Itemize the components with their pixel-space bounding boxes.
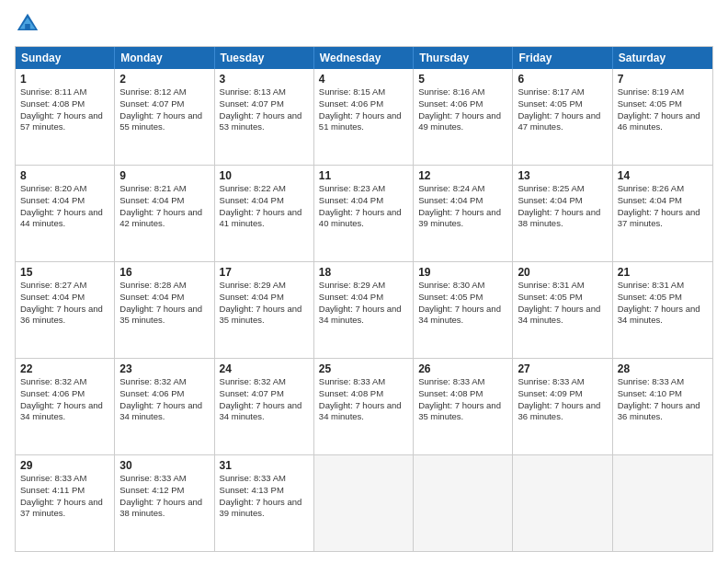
day-number: 13 [518,169,607,182]
calendar-header: SundayMondayTuesdayWednesdayThursdayFrid… [16,47,712,69]
day-number: 12 [418,169,507,182]
day-info: Sunrise: 8:23 AMSunset: 4:04 PMDaylight:… [319,183,408,230]
day-cell-7: 7Sunrise: 8:19 AMSunset: 4:05 PMDaylight… [613,69,712,165]
day-info: Sunrise: 8:11 AMSunset: 4:08 PMDaylight:… [20,86,109,133]
day-cell-25: 25Sunrise: 8:33 AMSunset: 4:08 PMDayligh… [314,359,414,454]
day-cell-16: 16Sunrise: 8:28 AMSunset: 4:04 PMDayligh… [115,262,214,358]
day-cell-19: 19Sunrise: 8:30 AMSunset: 4:05 PMDayligh… [414,262,513,358]
header-day-thursday: Thursday [414,47,513,69]
day-cell-11: 11Sunrise: 8:23 AMSunset: 4:04 PMDayligh… [314,166,414,261]
day-number: 31 [220,459,309,472]
day-cell-3: 3Sunrise: 8:13 AMSunset: 4:07 PMDaylight… [215,69,314,165]
day-number: 15 [20,266,109,279]
day-cell-13: 13Sunrise: 8:25 AMSunset: 4:04 PMDayligh… [513,166,612,261]
empty-cell [414,455,513,551]
header-day-friday: Friday [513,47,612,69]
day-number: 6 [518,73,607,86]
day-number: 18 [319,266,408,279]
day-number: 20 [518,266,607,279]
day-info: Sunrise: 8:30 AMSunset: 4:05 PMDaylight:… [418,280,507,327]
day-number: 3 [220,73,309,86]
header-day-tuesday: Tuesday [215,47,314,69]
day-cell-30: 30Sunrise: 8:33 AMSunset: 4:12 PMDayligh… [115,455,214,551]
empty-cell [513,455,612,551]
calendar-row-5: 29Sunrise: 8:33 AMSunset: 4:11 PMDayligh… [16,454,712,551]
day-number: 29 [20,459,109,472]
day-number: 5 [418,73,507,86]
calendar-row-1: 1Sunrise: 8:11 AMSunset: 4:08 PMDaylight… [16,69,712,165]
day-info: Sunrise: 8:24 AMSunset: 4:04 PMDaylight:… [418,183,507,230]
page: SundayMondayTuesdayWednesdayThursdayFrid… [0,0,728,563]
day-info: Sunrise: 8:33 AMSunset: 4:11 PMDaylight:… [20,473,109,520]
day-cell-28: 28Sunrise: 8:33 AMSunset: 4:10 PMDayligh… [613,359,712,454]
day-cell-17: 17Sunrise: 8:29 AMSunset: 4:04 PMDayligh… [215,262,314,358]
day-number: 1 [20,73,109,86]
day-number: 2 [119,73,209,86]
day-cell-9: 9Sunrise: 8:21 AMSunset: 4:04 PMDaylight… [115,166,214,261]
header-day-sunday: Sunday [16,47,115,69]
day-info: Sunrise: 8:33 AMSunset: 4:10 PMDaylight:… [618,376,708,423]
day-cell-27: 27Sunrise: 8:33 AMSunset: 4:09 PMDayligh… [513,359,612,454]
day-info: Sunrise: 8:29 AMSunset: 4:04 PMDaylight:… [220,280,309,327]
header [15,11,713,37]
day-cell-26: 26Sunrise: 8:33 AMSunset: 4:08 PMDayligh… [414,359,513,454]
day-number: 30 [119,459,209,472]
day-info: Sunrise: 8:12 AMSunset: 4:07 PMDaylight:… [119,86,209,133]
day-cell-21: 21Sunrise: 8:31 AMSunset: 4:05 PMDayligh… [613,262,712,358]
day-number: 16 [119,266,209,279]
day-info: Sunrise: 8:33 AMSunset: 4:08 PMDaylight:… [418,376,507,423]
day-cell-22: 22Sunrise: 8:32 AMSunset: 4:06 PMDayligh… [16,359,115,454]
day-cell-10: 10Sunrise: 8:22 AMSunset: 4:04 PMDayligh… [215,166,314,261]
svg-rect-2 [25,24,30,30]
day-info: Sunrise: 8:31 AMSunset: 4:05 PMDaylight:… [518,280,607,327]
day-number: 17 [220,266,309,279]
day-cell-18: 18Sunrise: 8:29 AMSunset: 4:04 PMDayligh… [314,262,414,358]
day-info: Sunrise: 8:29 AMSunset: 4:04 PMDaylight:… [319,280,408,327]
day-number: 23 [119,362,209,375]
day-cell-31: 31Sunrise: 8:33 AMSunset: 4:13 PMDayligh… [215,455,314,551]
day-info: Sunrise: 8:17 AMSunset: 4:05 PMDaylight:… [518,86,607,133]
logo-icon [15,11,40,37]
day-number: 8 [20,169,109,182]
day-info: Sunrise: 8:32 AMSunset: 4:06 PMDaylight:… [20,376,109,423]
day-info: Sunrise: 8:19 AMSunset: 4:05 PMDaylight:… [618,86,708,133]
day-info: Sunrise: 8:20 AMSunset: 4:04 PMDaylight:… [20,183,109,230]
day-cell-5: 5Sunrise: 8:16 AMSunset: 4:06 PMDaylight… [414,69,513,165]
day-cell-2: 2Sunrise: 8:12 AMSunset: 4:07 PMDaylight… [115,69,214,165]
day-info: Sunrise: 8:13 AMSunset: 4:07 PMDaylight:… [220,86,309,133]
day-info: Sunrise: 8:33 AMSunset: 4:13 PMDaylight:… [220,473,309,520]
header-day-saturday: Saturday [613,47,712,69]
day-number: 25 [319,362,408,375]
day-info: Sunrise: 8:26 AMSunset: 4:04 PMDaylight:… [618,183,708,230]
day-number: 10 [220,169,309,182]
day-info: Sunrise: 8:27 AMSunset: 4:04 PMDaylight:… [20,280,109,327]
day-info: Sunrise: 8:15 AMSunset: 4:06 PMDaylight:… [319,86,408,133]
day-number: 7 [618,73,708,86]
day-info: Sunrise: 8:25 AMSunset: 4:04 PMDaylight:… [518,183,607,230]
day-number: 24 [220,362,309,375]
day-info: Sunrise: 8:16 AMSunset: 4:06 PMDaylight:… [418,86,507,133]
day-info: Sunrise: 8:33 AMSunset: 4:09 PMDaylight:… [518,376,607,423]
calendar-row-3: 15Sunrise: 8:27 AMSunset: 4:04 PMDayligh… [16,261,712,358]
day-cell-15: 15Sunrise: 8:27 AMSunset: 4:04 PMDayligh… [16,262,115,358]
day-cell-6: 6Sunrise: 8:17 AMSunset: 4:05 PMDaylight… [513,69,612,165]
day-cell-29: 29Sunrise: 8:33 AMSunset: 4:11 PMDayligh… [16,455,115,551]
day-number: 19 [418,266,507,279]
day-number: 28 [618,362,708,375]
calendar: SundayMondayTuesdayWednesdayThursdayFrid… [15,46,713,552]
day-number: 11 [319,169,408,182]
day-number: 4 [319,73,408,86]
day-info: Sunrise: 8:33 AMSunset: 4:08 PMDaylight:… [319,376,408,423]
day-number: 27 [518,362,607,375]
day-info: Sunrise: 8:22 AMSunset: 4:04 PMDaylight:… [220,183,309,230]
day-cell-12: 12Sunrise: 8:24 AMSunset: 4:04 PMDayligh… [414,166,513,261]
day-info: Sunrise: 8:28 AMSunset: 4:04 PMDaylight:… [119,280,209,327]
day-cell-20: 20Sunrise: 8:31 AMSunset: 4:05 PMDayligh… [513,262,612,358]
day-info: Sunrise: 8:32 AMSunset: 4:07 PMDaylight:… [220,376,309,423]
day-cell-1: 1Sunrise: 8:11 AMSunset: 4:08 PMDaylight… [16,69,115,165]
day-number: 21 [618,266,708,279]
empty-cell [314,455,414,551]
day-number: 14 [618,169,708,182]
header-day-wednesday: Wednesday [314,47,414,69]
day-cell-14: 14Sunrise: 8:26 AMSunset: 4:04 PMDayligh… [613,166,712,261]
